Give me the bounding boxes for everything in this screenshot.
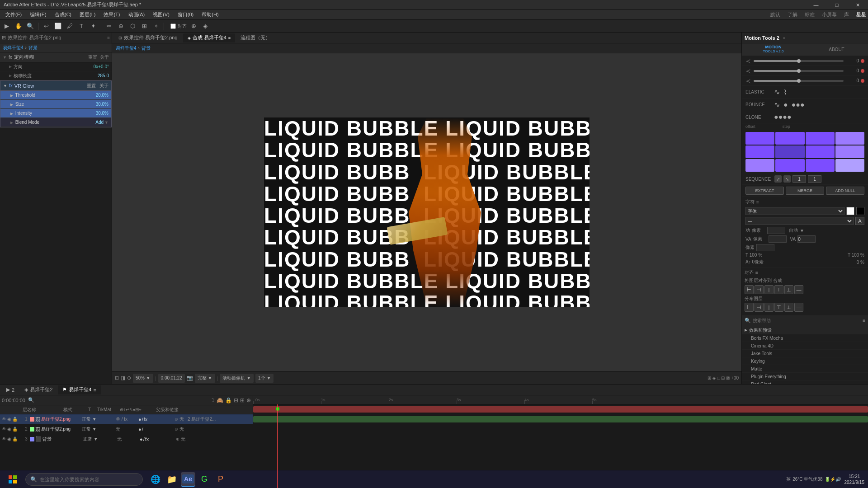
- layer-1-trkmat[interactable]: 单 / fx: [116, 416, 138, 422]
- mt-elastic-wave2[interactable]: ⌇: [783, 88, 787, 96]
- minimize-button[interactable]: —: [806, 0, 826, 10]
- layer-2-eye[interactable]: 👁: [2, 427, 6, 432]
- mt-bounce-dots1[interactable]: ●: [783, 101, 788, 109]
- layer-3-lock[interactable]: 🔒: [12, 436, 18, 441]
- layer-1-lock[interactable]: 🔒: [12, 417, 18, 422]
- breadcrumb-item-1[interactable]: 易烊千玺4: [3, 45, 24, 51]
- menu-anim[interactable]: 动画(A): [125, 10, 149, 19]
- tool-extra2[interactable]: ◈: [200, 21, 210, 31]
- mt-track-2[interactable]: [754, 70, 844, 72]
- mt-cell-11[interactable]: [806, 159, 835, 172]
- mt-cell-7[interactable]: [806, 145, 835, 158]
- align-checkbox[interactable]: [170, 23, 176, 29]
- mt-cell-4[interactable]: [835, 132, 864, 145]
- mt-addnull-btn[interactable]: ADD NULL: [826, 187, 864, 195]
- tool-pin[interactable]: ⌖: [151, 21, 161, 31]
- layer-1-mode[interactable]: 正常 ▼: [82, 416, 107, 422]
- mt-bounce-wave[interactable]: ∿: [774, 100, 780, 109]
- vr-glow-header[interactable]: ▼ fx VR Glow 重置 关于: [0, 81, 111, 91]
- mt-seq-icon-1[interactable]: ⤢: [774, 175, 782, 183]
- layer-row-1[interactable]: 👁 ◉ 🔒 1 🖼 易烊千玺2.png 正常 ▼ 单 / fx ●: [0, 414, 253, 424]
- quality-control[interactable]: 完整 ▼: [195, 374, 215, 383]
- layer-1-name[interactable]: 易烊千玺2.png: [41, 416, 82, 422]
- char-opt-val-2[interactable]: [769, 235, 787, 243]
- breadcrumb-item-2[interactable]: 背景: [28, 45, 38, 51]
- layer-2-trkmat[interactable]: 无: [116, 426, 138, 432]
- taskbar-edge[interactable]: 🌐: [148, 472, 163, 487]
- mt-merge-btn[interactable]: MERGE: [786, 187, 824, 195]
- timeline-time-display[interactable]: 0:00:00:00: [2, 398, 25, 403]
- align-menu-icon[interactable]: ≡: [755, 270, 758, 275]
- align-top-btn[interactable]: ⊤: [774, 285, 783, 294]
- dist-right-btn[interactable]: |: [764, 303, 774, 312]
- mt-cell-10[interactable]: [775, 159, 804, 172]
- tool-shape[interactable]: ✦: [88, 21, 98, 31]
- mt-track-1[interactable]: [754, 60, 844, 62]
- align-vcenter-btn[interactable]: ⊥: [784, 285, 793, 294]
- layer-2-mode[interactable]: 正常 ▼: [82, 426, 107, 432]
- tool-pen[interactable]: 🖊: [65, 21, 75, 31]
- timeline-tab-comp4[interactable]: ⚑ 易烊千玺4 ≡: [58, 385, 101, 394]
- prop-size[interactable]: ▶ Size 30.0%: [0, 100, 111, 109]
- layer-3-icon-2[interactable]: /: [143, 436, 145, 442]
- plugin-jake[interactable]: Jake Tools: [742, 350, 868, 357]
- mt-cell-5[interactable]: [745, 145, 774, 158]
- mt-cell-9[interactable]: [745, 159, 774, 172]
- dist-top-btn[interactable]: ⊤: [774, 303, 783, 312]
- layer-3-parent[interactable]: ⊕ 无: [176, 436, 253, 442]
- layer-2-icon-1[interactable]: ●: [138, 427, 142, 432]
- timeline-tab-comp2[interactable]: ◈ 易烊千玺2: [20, 385, 57, 394]
- dist-vcenter-btn[interactable]: ⊥: [784, 303, 793, 312]
- layer-2-solo[interactable]: ◉: [7, 427, 11, 432]
- menu-file[interactable]: 文件(F): [2, 10, 25, 19]
- layer-3-icon-1[interactable]: ●: [140, 436, 143, 442]
- mt-seq-icon-2[interactable]: ⤡: [783, 175, 791, 183]
- maximize-button[interactable]: □: [826, 0, 847, 10]
- reset-btn[interactable]: 重置: [88, 54, 97, 61]
- prop-intensity[interactable]: ▶ Intensity 30.0%: [0, 109, 111, 118]
- plugin-boris[interactable]: Boris FX Mocha: [742, 334, 868, 342]
- dist-bottom-btn[interactable]: —: [794, 303, 803, 312]
- layer-3-mode[interactable]: 正常 ▼: [83, 436, 108, 442]
- plugin-cinema[interactable]: Cinema 4D: [742, 342, 868, 350]
- char-style-select[interactable]: —: [745, 217, 854, 225]
- align-bottom-btn[interactable]: —: [794, 285, 803, 294]
- prop-threshold[interactable]: ▶ Threshold 20.0%: [0, 91, 111, 100]
- blend-dropdown[interactable]: ▼: [104, 120, 108, 125]
- ctrl-collapse-icon[interactable]: ⊟: [234, 397, 238, 404]
- prop-blur-value[interactable]: 285.0: [86, 73, 109, 78]
- ctrl-expand-icon[interactable]: ⊞: [240, 397, 245, 404]
- layer-2-parent[interactable]: ⊕ 无: [175, 426, 253, 432]
- mt-cell-1[interactable]: [745, 132, 774, 145]
- section-directional-blur[interactable]: ▼ fx 定向模糊 重置 关于: [0, 52, 112, 62]
- char-opt-val-3[interactable]: [756, 244, 774, 251]
- layer-2-icon-2[interactable]: /: [142, 427, 143, 432]
- mt-cell-8[interactable]: [835, 145, 864, 158]
- tool-select[interactable]: ▶: [2, 21, 12, 31]
- tab-composition[interactable]: ◈ 合成 易烊千玺4 ≡: [183, 33, 235, 42]
- ctrl-solo-icon[interactable]: ☽: [210, 397, 215, 404]
- layer-1-icon-2[interactable]: /: [142, 417, 143, 422]
- tab-effects-ctrl[interactable]: ⊞ 效果控件 易烊千玺2.png: [114, 33, 182, 42]
- mt-cell-2[interactable]: [775, 132, 804, 145]
- mt-cell-6[interactable]: [775, 145, 804, 158]
- layer-1-icon-3[interactable]: fx: [144, 417, 148, 422]
- layer-row-2[interactable]: 👁 ◉ 🔒 2 🖼 易烊千玺2.png 正常 ▼ 无 ●: [0, 424, 253, 434]
- taskbar-app-p[interactable]: P: [213, 472, 228, 487]
- mt-cell-3[interactable]: [806, 132, 835, 145]
- mt-elastic-wave1[interactable]: ∿: [774, 88, 780, 96]
- dist-hcenter-btn[interactable]: ⊣: [755, 303, 764, 312]
- camera-control[interactable]: 活动摄像机 ▼: [220, 374, 254, 383]
- mt-bounce-dots2[interactable]: ●●●: [792, 101, 805, 109]
- taskbar-search-input[interactable]: [40, 477, 138, 482]
- char-menu-icon[interactable]: ≡: [756, 200, 759, 205]
- layer-1-eye[interactable]: 👁: [2, 417, 6, 422]
- start-button[interactable]: [4, 472, 22, 487]
- dist-left-btn[interactable]: ⊢: [745, 303, 754, 312]
- about-btn[interactable]: 关于: [100, 54, 109, 61]
- mt-dot-2[interactable]: [861, 69, 864, 73]
- align-left-btn[interactable]: ⊢: [745, 285, 754, 294]
- plugin-keying[interactable]: Keying: [742, 357, 868, 365]
- timeline-tab-project[interactable]: ▶ 2: [2, 385, 19, 394]
- taskbar-search[interactable]: 🔍: [25, 473, 143, 486]
